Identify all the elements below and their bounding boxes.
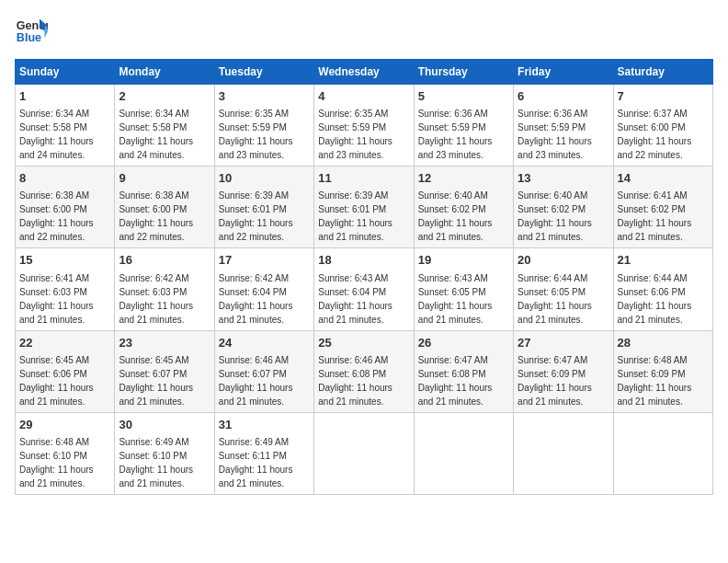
day-info: Sunrise: 6:39 AM Sunset: 6:01 PM Dayligh… — [318, 189, 409, 244]
day-info: Sunrise: 6:49 AM Sunset: 6:11 PM Dayligh… — [219, 435, 310, 490]
day-info: Sunrise: 6:41 AM Sunset: 6:03 PM Dayligh… — [19, 271, 110, 327]
calendar-cell: 3Sunrise: 6:35 AM Sunset: 5:59 PM Daylig… — [214, 85, 313, 167]
calendar-cell: 20Sunrise: 6:44 AM Sunset: 6:05 PM Dayli… — [514, 248, 613, 330]
day-header-saturday: Saturday — [613, 60, 712, 85]
day-info: Sunrise: 6:37 AM Sunset: 6:00 PM Dayligh… — [618, 107, 709, 162]
day-number: 5 — [418, 88, 509, 105]
day-info: Sunrise: 6:44 AM Sunset: 6:05 PM Dayligh… — [518, 271, 609, 327]
day-number: 9 — [119, 170, 210, 187]
calendar-cell — [613, 412, 712, 494]
page-header: General Blue — [15, 15, 713, 48]
day-info: Sunrise: 6:46 AM Sunset: 6:07 PM Dayligh… — [219, 353, 310, 408]
day-number: 7 — [618, 88, 709, 105]
day-header-sunday: Sunday — [16, 60, 115, 85]
day-info: Sunrise: 6:38 AM Sunset: 6:00 PM Dayligh… — [19, 189, 110, 244]
day-number: 4 — [318, 88, 409, 105]
day-number: 26 — [418, 335, 509, 351]
day-number: 10 — [219, 170, 310, 187]
calendar-week-4: 22Sunrise: 6:45 AM Sunset: 6:06 PM Dayli… — [16, 330, 713, 412]
day-info: Sunrise: 6:40 AM Sunset: 6:02 PM Dayligh… — [518, 189, 609, 244]
calendar-cell: 30Sunrise: 6:49 AM Sunset: 6:10 PM Dayli… — [115, 412, 214, 494]
day-header-friday: Friday — [514, 60, 613, 85]
calendar-cell: 16Sunrise: 6:42 AM Sunset: 6:03 PM Dayli… — [115, 248, 214, 330]
day-info: Sunrise: 6:47 AM Sunset: 6:09 PM Dayligh… — [518, 353, 609, 408]
calendar-cell: 27Sunrise: 6:47 AM Sunset: 6:09 PM Dayli… — [514, 330, 613, 412]
calendar-table: SundayMondayTuesdayWednesdayThursdayFrid… — [15, 59, 713, 495]
calendar-cell: 19Sunrise: 6:43 AM Sunset: 6:05 PM Dayli… — [414, 248, 513, 330]
calendar-week-3: 15Sunrise: 6:41 AM Sunset: 6:03 PM Dayli… — [16, 248, 713, 330]
day-info: Sunrise: 6:40 AM Sunset: 6:02 PM Dayligh… — [418, 189, 509, 244]
day-info: Sunrise: 6:48 AM Sunset: 6:10 PM Dayligh… — [19, 435, 110, 490]
logo: General Blue — [15, 15, 48, 48]
day-info: Sunrise: 6:35 AM Sunset: 5:59 PM Dayligh… — [318, 107, 409, 162]
calendar-cell: 6Sunrise: 6:36 AM Sunset: 5:59 PM Daylig… — [514, 85, 613, 167]
calendar-cell: 25Sunrise: 6:46 AM Sunset: 6:08 PM Dayli… — [314, 330, 414, 412]
calendar-cell: 7Sunrise: 6:37 AM Sunset: 6:00 PM Daylig… — [613, 85, 712, 167]
day-number: 16 — [119, 252, 210, 269]
calendar-cell: 23Sunrise: 6:45 AM Sunset: 6:07 PM Dayli… — [115, 330, 214, 412]
day-info: Sunrise: 6:49 AM Sunset: 6:10 PM Dayligh… — [119, 435, 210, 490]
day-number: 25 — [318, 335, 409, 351]
day-number: 27 — [518, 335, 609, 351]
svg-text:Blue: Blue — [17, 31, 41, 44]
day-info: Sunrise: 6:39 AM Sunset: 6:01 PM Dayligh… — [219, 189, 310, 244]
day-info: Sunrise: 6:36 AM Sunset: 5:59 PM Dayligh… — [518, 107, 609, 162]
day-number: 6 — [518, 88, 609, 105]
day-number: 18 — [318, 252, 409, 269]
day-info: Sunrise: 6:35 AM Sunset: 5:59 PM Dayligh… — [219, 107, 310, 162]
calendar-cell: 26Sunrise: 6:47 AM Sunset: 6:08 PM Dayli… — [414, 330, 513, 412]
calendar-cell: 18Sunrise: 6:43 AM Sunset: 6:04 PM Dayli… — [314, 248, 414, 330]
day-info: Sunrise: 6:41 AM Sunset: 6:02 PM Dayligh… — [618, 189, 709, 244]
day-number: 14 — [618, 170, 709, 187]
calendar-cell — [414, 412, 513, 494]
day-number: 20 — [518, 252, 609, 269]
logo-icon: General Blue — [15, 15, 48, 48]
day-info: Sunrise: 6:34 AM Sunset: 5:58 PM Dayligh… — [119, 107, 210, 162]
day-number: 28 — [618, 335, 709, 351]
day-info: Sunrise: 6:43 AM Sunset: 6:05 PM Dayligh… — [418, 271, 509, 327]
calendar-cell: 31Sunrise: 6:49 AM Sunset: 6:11 PM Dayli… — [214, 412, 313, 494]
day-info: Sunrise: 6:38 AM Sunset: 6:00 PM Dayligh… — [119, 189, 210, 244]
calendar-cell: 9Sunrise: 6:38 AM Sunset: 6:00 PM Daylig… — [115, 167, 214, 248]
day-info: Sunrise: 6:48 AM Sunset: 6:09 PM Dayligh… — [618, 353, 709, 408]
day-info: Sunrise: 6:36 AM Sunset: 5:59 PM Dayligh… — [418, 107, 509, 162]
day-number: 12 — [418, 170, 509, 187]
day-info: Sunrise: 6:44 AM Sunset: 6:06 PM Dayligh… — [618, 271, 709, 327]
day-number: 1 — [19, 88, 110, 105]
calendar-cell: 2Sunrise: 6:34 AM Sunset: 5:58 PM Daylig… — [115, 85, 214, 167]
day-number: 30 — [119, 417, 210, 433]
calendar-cell — [314, 412, 414, 494]
day-info: Sunrise: 6:46 AM Sunset: 6:08 PM Dayligh… — [318, 353, 409, 408]
day-number: 24 — [219, 335, 310, 351]
day-header-tuesday: Tuesday — [214, 60, 313, 85]
day-number: 11 — [318, 170, 409, 187]
day-info: Sunrise: 6:47 AM Sunset: 6:08 PM Dayligh… — [418, 353, 509, 408]
day-number: 13 — [518, 170, 609, 187]
day-number: 2 — [119, 88, 210, 105]
calendar-cell: 22Sunrise: 6:45 AM Sunset: 6:06 PM Dayli… — [16, 330, 115, 412]
calendar-cell: 5Sunrise: 6:36 AM Sunset: 5:59 PM Daylig… — [414, 85, 513, 167]
day-header-wednesday: Wednesday — [314, 60, 414, 85]
calendar-cell: 12Sunrise: 6:40 AM Sunset: 6:02 PM Dayli… — [414, 167, 513, 248]
day-header-thursday: Thursday — [414, 60, 513, 85]
day-number: 3 — [219, 88, 310, 105]
day-info: Sunrise: 6:42 AM Sunset: 6:03 PM Dayligh… — [119, 271, 210, 327]
day-number: 31 — [219, 417, 310, 433]
calendar-cell: 28Sunrise: 6:48 AM Sunset: 6:09 PM Dayli… — [613, 330, 712, 412]
day-info: Sunrise: 6:45 AM Sunset: 6:06 PM Dayligh… — [19, 353, 110, 408]
day-info: Sunrise: 6:43 AM Sunset: 6:04 PM Dayligh… — [318, 271, 409, 327]
calendar-cell: 17Sunrise: 6:42 AM Sunset: 6:04 PM Dayli… — [214, 248, 313, 330]
calendar-cell: 11Sunrise: 6:39 AM Sunset: 6:01 PM Dayli… — [314, 167, 414, 248]
calendar-cell: 14Sunrise: 6:41 AM Sunset: 6:02 PM Dayli… — [613, 167, 712, 248]
calendar-cell: 13Sunrise: 6:40 AM Sunset: 6:02 PM Dayli… — [514, 167, 613, 248]
calendar-cell: 24Sunrise: 6:46 AM Sunset: 6:07 PM Dayli… — [214, 330, 313, 412]
calendar-cell: 15Sunrise: 6:41 AM Sunset: 6:03 PM Dayli… — [16, 248, 115, 330]
calendar-cell: 8Sunrise: 6:38 AM Sunset: 6:00 PM Daylig… — [16, 167, 115, 248]
calendar-cell: 4Sunrise: 6:35 AM Sunset: 5:59 PM Daylig… — [314, 85, 414, 167]
calendar-week-1: 1Sunrise: 6:34 AM Sunset: 5:58 PM Daylig… — [16, 85, 713, 167]
day-info: Sunrise: 6:42 AM Sunset: 6:04 PM Dayligh… — [219, 271, 310, 327]
calendar-cell: 1Sunrise: 6:34 AM Sunset: 5:58 PM Daylig… — [16, 85, 115, 167]
day-number: 21 — [618, 252, 709, 269]
day-header-monday: Monday — [115, 60, 214, 85]
day-number: 17 — [219, 252, 310, 269]
